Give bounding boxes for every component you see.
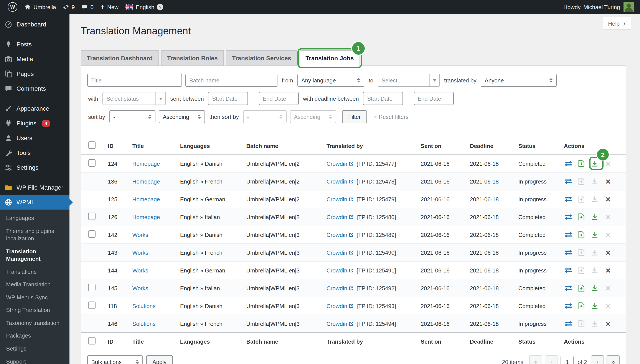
download-translation-icon[interactable] bbox=[590, 302, 599, 309]
sync-translation-icon[interactable] bbox=[564, 196, 572, 202]
tab-translation-roles[interactable]: Translation Roles bbox=[161, 50, 224, 66]
howdy-text[interactable]: Howdy, Michael Turing bbox=[563, 4, 620, 10]
title-filter-input[interactable] bbox=[87, 74, 182, 87]
sidebar-item-appearance[interactable]: Appearance bbox=[0, 101, 70, 116]
translator-link[interactable]: Crowdin bbox=[327, 267, 353, 274]
wpml-submenu-item[interactable]: Media Translation bbox=[0, 278, 70, 291]
wpml-submenu-item[interactable]: Languages bbox=[0, 212, 70, 224]
xliff-file-download-icon[interactable] bbox=[577, 284, 586, 292]
sidebar-item-pages[interactable]: Pages bbox=[0, 66, 70, 81]
sync-translation-icon[interactable] bbox=[564, 232, 572, 238]
then-sort-by-select[interactable]: - bbox=[243, 110, 286, 123]
sidebar-item-wpml[interactable]: WPML bbox=[0, 195, 70, 210]
job-title-link[interactable]: Homepage bbox=[132, 196, 160, 202]
xliff-file-download-icon[interactable] bbox=[577, 178, 586, 185]
sidebar-item-media[interactable]: Media bbox=[0, 52, 70, 66]
sync-translation-icon[interactable] bbox=[564, 267, 572, 273]
translator-link[interactable]: Crowdin bbox=[327, 160, 353, 167]
xliff-file-download-icon[interactable] bbox=[577, 302, 586, 309]
wpml-submenu-item[interactable]: Translations bbox=[0, 265, 70, 278]
job-title-link[interactable]: Works bbox=[132, 285, 148, 291]
cancel-job-icon[interactable]: × bbox=[604, 195, 612, 203]
xliff-file-download-icon[interactable] bbox=[577, 231, 586, 238]
filter-button[interactable]: Filter bbox=[342, 110, 367, 123]
row-checkbox[interactable] bbox=[88, 230, 96, 238]
tab-translation-services[interactable]: Translation Services bbox=[226, 50, 297, 66]
download-translation-icon[interactable] bbox=[590, 320, 599, 327]
sidebar-item-settings[interactable]: Settings bbox=[0, 160, 70, 175]
wpml-submenu-item[interactable]: WP Menus Sync bbox=[0, 291, 70, 304]
cancel-job-icon[interactable]: × bbox=[604, 284, 612, 292]
cancel-job-icon[interactable]: × bbox=[604, 302, 612, 310]
download-translation-icon[interactable] bbox=[590, 178, 599, 185]
sync-translation-icon[interactable] bbox=[564, 285, 572, 291]
sync-translation-icon[interactable] bbox=[564, 214, 572, 220]
row-checkbox[interactable] bbox=[88, 212, 96, 220]
select-all-checkbox[interactable] bbox=[88, 142, 96, 149]
translator-link[interactable]: Crowdin bbox=[327, 196, 353, 202]
then-sort-direction-select[interactable]: Ascending bbox=[290, 110, 336, 123]
cancel-job-icon[interactable]: × bbox=[604, 177, 612, 186]
wpml-submenu-item[interactable]: String Translation bbox=[0, 304, 70, 317]
from-language-select[interactable]: Any language bbox=[297, 74, 364, 87]
download-translation-icon[interactable] bbox=[590, 160, 599, 167]
user-avatar[interactable] bbox=[623, 2, 634, 12]
download-translation-icon[interactable] bbox=[590, 267, 599, 274]
translator-link[interactable]: Crowdin bbox=[327, 249, 353, 256]
job-title-link[interactable]: Works bbox=[132, 267, 148, 274]
deadline-end-date-input[interactable] bbox=[414, 92, 454, 105]
sidebar-item-users[interactable]: Users bbox=[0, 130, 70, 145]
job-title-link[interactable]: Homepage bbox=[132, 160, 160, 167]
sidebar-item-dashboard[interactable]: Dashboard bbox=[0, 17, 70, 32]
job-title-link[interactable]: Homepage bbox=[132, 214, 160, 220]
select-all-checkbox[interactable] bbox=[88, 337, 96, 344]
sort-direction-select[interactable]: Ascending bbox=[159, 110, 205, 123]
job-title-link[interactable]: Solutions bbox=[132, 302, 156, 309]
xliff-file-download-icon[interactable] bbox=[577, 160, 586, 167]
cancel-job-icon[interactable]: × bbox=[604, 248, 612, 256]
wpml-submenu-item[interactable]: Packages bbox=[0, 330, 70, 342]
cancel-job-icon[interactable]: × bbox=[604, 320, 612, 328]
wpml-submenu-item[interactable]: Support bbox=[0, 355, 70, 364]
wpml-submenu-item[interactable]: Settings bbox=[0, 342, 70, 355]
sync-translation-icon[interactable] bbox=[564, 320, 572, 327]
help-question-icon[interactable]: ? bbox=[157, 4, 163, 10]
download-translation-icon[interactable] bbox=[590, 249, 599, 256]
sort-by-select[interactable]: - bbox=[109, 110, 155, 123]
language-switcher-menu[interactable]: English ? bbox=[122, 0, 167, 14]
cancel-job-icon[interactable]: × bbox=[604, 213, 612, 221]
translator-link[interactable]: Crowdin bbox=[327, 232, 353, 238]
translator-link[interactable]: Crowdin bbox=[327, 285, 353, 291]
download-translation-icon[interactable] bbox=[590, 231, 599, 238]
translator-link[interactable]: Crowdin bbox=[327, 320, 353, 327]
sync-translation-icon[interactable] bbox=[564, 250, 572, 256]
cancel-job-icon[interactable]: × bbox=[604, 230, 612, 239]
updates-menu[interactable]: 9 bbox=[60, 0, 78, 14]
sidebar-item-comments[interactable]: Comments bbox=[0, 81, 70, 96]
job-title-link[interactable]: Solutions bbox=[132, 320, 156, 327]
translator-link[interactable]: Crowdin bbox=[327, 178, 353, 184]
xliff-file-download-icon[interactable] bbox=[577, 267, 586, 274]
sidebar-item-posts[interactable]: Posts bbox=[0, 37, 70, 52]
job-title-link[interactable]: Homepage bbox=[132, 178, 160, 184]
download-translation-icon[interactable] bbox=[590, 196, 599, 202]
row-checkbox[interactable] bbox=[88, 159, 96, 166]
tab-translation-dashboard[interactable]: Translation Dashboard bbox=[81, 50, 159, 66]
apply-button[interactable]: Apply bbox=[146, 355, 173, 364]
help-dropdown-button[interactable]: Help ▼ bbox=[603, 17, 631, 30]
sidebar-item-plugins[interactable]: Plugins 4 bbox=[0, 116, 70, 130]
wpml-submenu-item[interactable]: Taxonomy translation bbox=[0, 317, 70, 330]
wpml-submenu-item[interactable]: Theme and plugins localization bbox=[0, 224, 70, 245]
to-language-select[interactable]: Select... bbox=[378, 74, 440, 87]
translated-by-select[interactable]: Anyone bbox=[481, 74, 557, 87]
batch-name-filter-input[interactable] bbox=[185, 74, 277, 87]
xliff-file-download-icon[interactable] bbox=[577, 196, 586, 202]
bulk-actions-select[interactable]: Bulk actions bbox=[87, 355, 143, 364]
new-content-menu[interactable]: + New bbox=[97, 0, 122, 14]
sidebar-item-wp-file-manager[interactable]: WP File Manager bbox=[0, 180, 70, 195]
xliff-file-download-icon[interactable] bbox=[577, 249, 586, 256]
xliff-file-download-icon[interactable] bbox=[577, 214, 586, 220]
job-title-link[interactable]: Works bbox=[132, 249, 148, 256]
comments-menu[interactable]: 0 bbox=[78, 0, 97, 14]
site-name-menu[interactable]: Umbrella bbox=[21, 0, 60, 14]
